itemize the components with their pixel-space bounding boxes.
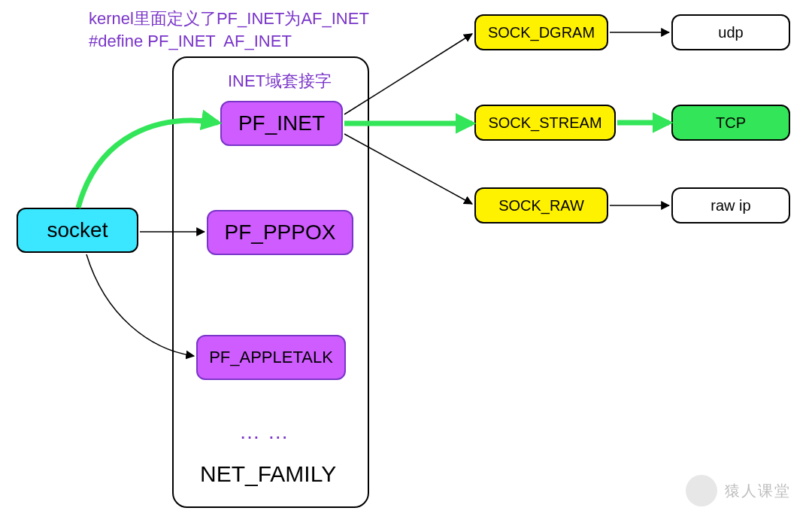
note-line2: #define PF_INET AF_INET [89, 32, 292, 50]
net-family-label: NET_FAMILY [200, 461, 336, 487]
watermark-icon [686, 475, 717, 506]
node-socket: socket [17, 208, 138, 253]
diagram-canvas: kernel里面定义了PF_INET为AF_INET #define PF_IN… [0, 0, 812, 523]
inet-domain-title: INET域套接字 [228, 70, 332, 93]
node-pf-pppox: PF_PPPOX [207, 210, 353, 255]
node-pf-inet: PF_INET [220, 101, 343, 146]
node-raw-ip: raw ip [671, 187, 790, 223]
node-sock-dgram: SOCK_DGRAM [474, 14, 608, 50]
node-sock-raw: SOCK_RAW [474, 187, 608, 223]
node-tcp: TCP [671, 105, 790, 141]
kernel-define-note: kernel里面定义了PF_INET为AF_INET #define PF_IN… [89, 8, 369, 52]
node-pf-appletalk: PF_APPLETALK [196, 335, 346, 380]
node-udp: udp [671, 14, 790, 50]
edges-layer [0, 0, 812, 523]
node-sock-stream: SOCK_STREAM [474, 105, 616, 141]
note-line1: kernel里面定义了PF_INET为AF_INET [89, 9, 369, 28]
watermark-text: 猿人课堂 [725, 481, 791, 501]
ellipsis: …… [239, 420, 296, 444]
watermark: 猿人课堂 [686, 475, 791, 506]
